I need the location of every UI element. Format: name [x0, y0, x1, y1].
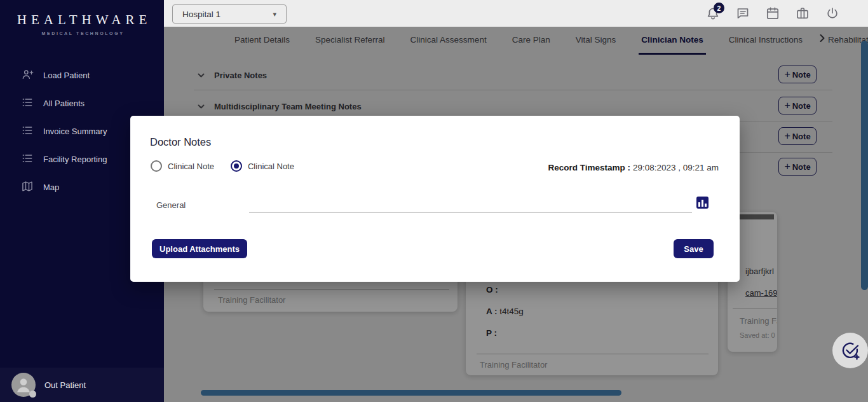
upload-attachments-button[interactable]: Upload Attachments: [152, 239, 247, 258]
record-timestamp: Record Timestamp : 29:08:2023 , 09:21 am: [548, 163, 719, 172]
logo-title: HEALTHWARE: [0, 12, 164, 28]
radio-label: Clinical Note: [248, 162, 294, 171]
radio-clinical-note-1[interactable]: Clinical Note: [151, 160, 214, 172]
person-add-icon: [21, 68, 34, 83]
chat-icon[interactable]: [735, 6, 750, 21]
record-timestamp-value: 29:08:2023 , 09:21 am: [633, 163, 719, 172]
check-plus-fab[interactable]: [832, 333, 868, 368]
list-icon: [21, 124, 34, 139]
list-icon: [21, 96, 34, 111]
radio-unselected-icon[interactable]: [151, 160, 162, 172]
sidebar-item-label: Map: [43, 183, 59, 192]
logo-tagline: MEDICAL TECHNOLOGY: [0, 31, 164, 36]
note-type-radio-group: Clinical Note Clinical Note: [151, 160, 294, 172]
app-screen: Hospital 1 ▾ 2 Patient Details Special: [0, 0, 868, 402]
avatar: [11, 373, 36, 397]
sidebar-item-label: Invoice Summary: [43, 127, 107, 136]
notification-badge: 2: [714, 3, 724, 13]
caret-down-icon: ▾: [273, 10, 276, 18]
radio-selected-icon[interactable]: [231, 160, 242, 172]
power-icon[interactable]: [825, 6, 840, 21]
vertical-scrollbar[interactable]: [861, 41, 868, 290]
briefcase-icon[interactable]: [795, 6, 810, 21]
sidebar-footer-out-patient[interactable]: Out Patient: [0, 368, 164, 402]
sidebar-item-label: All Patients: [43, 99, 85, 108]
sidebar-item-label: Load Patient: [43, 71, 90, 80]
sidebar-item-load-patient[interactable]: Load Patient: [0, 61, 164, 89]
avatar-badge: [29, 391, 36, 398]
app-logo: HEALTHWARE MEDICAL TECHNOLOGY: [0, 12, 164, 36]
save-button[interactable]: Save: [674, 239, 714, 258]
list-icon: [21, 152, 34, 167]
sidebar-item-label: Facility Reporting: [43, 155, 107, 164]
hospital-selector-value: Hospital 1: [182, 10, 220, 19]
sidebar-item-all-patients[interactable]: All Patients: [0, 89, 164, 117]
horizontal-scrollbar[interactable]: [201, 390, 621, 396]
radio-clinical-note-2[interactable]: Clinical Note: [231, 160, 294, 172]
sidebar-footer-label: Out Patient: [44, 380, 86, 390]
notifications-bell-icon[interactable]: 2: [705, 6, 721, 21]
doctor-notes-modal: Doctor Notes Clinical Note Clinical Note…: [130, 116, 740, 282]
record-timestamp-label: Record Timestamp :: [548, 163, 631, 172]
hospital-selector[interactable]: Hospital 1 ▾: [172, 4, 287, 24]
bar-chart-icon[interactable]: [696, 197, 709, 209]
general-field-label: General: [156, 200, 186, 210]
top-header: Hospital 1 ▾ 2: [164, 0, 868, 27]
modal-title: Doctor Notes: [150, 136, 211, 148]
radio-label: Clinical Note: [168, 162, 214, 171]
header-icon-cluster: 2: [705, 0, 840, 27]
map-icon: [21, 180, 34, 195]
calendar-icon[interactable]: [765, 6, 780, 21]
general-note-input[interactable]: [249, 194, 692, 212]
